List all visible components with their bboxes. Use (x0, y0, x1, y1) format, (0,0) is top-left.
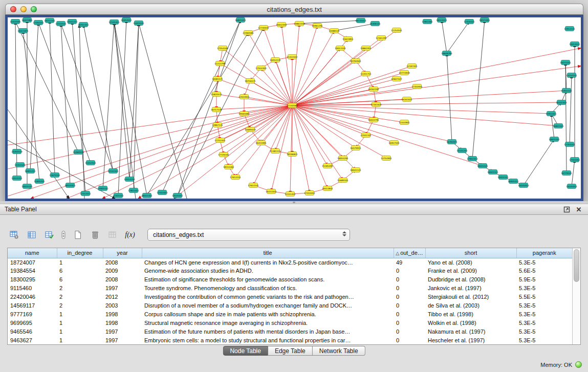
graph-node[interactable]: 16791971 (446, 140, 458, 144)
table-cell[interactable]: Structural magnetic resonance image aver… (142, 318, 394, 327)
graph-node[interactable]: 16957501 (388, 141, 400, 145)
graph-node[interactable]: 16306141 (369, 21, 381, 26)
table-row[interactable]: 911546021997Tourette syndrome. Phenomeno… (8, 284, 572, 293)
table-cell[interactable]: Tourette syndrome. Phenomenology and cla… (142, 284, 394, 293)
graph-node[interactable]: 12415141 (113, 193, 124, 198)
graph-node[interactable]: 10625141 (549, 137, 560, 142)
graph-node[interactable]: 19414511 (569, 42, 580, 47)
delete-icon[interactable] (88, 228, 102, 242)
graph-node[interactable]: 17554300 (255, 66, 267, 71)
table-cell[interactable]: Disruption of a novel member of a sodium… (142, 301, 394, 310)
table-cell[interactable]: 5.3E-5 (516, 318, 572, 327)
table-cell[interactable]: Yano et al. (2008) (425, 258, 516, 267)
graph-node[interactable]: 17410451 (304, 191, 315, 195)
graph-node[interactable]: 16841411 (235, 18, 246, 23)
graph-node[interactable]: 18196821 (287, 152, 298, 157)
table-edit-icon[interactable] (42, 228, 56, 242)
network-selector[interactable]: citations_edges.txt (147, 229, 350, 241)
table-row[interactable]: 946554611997Estimation of the future num… (8, 327, 572, 336)
table-cell[interactable]: 6 (57, 275, 103, 284)
table-cell[interactable]: 5.3E-5 (516, 327, 572, 336)
table-cell[interactable]: 2009 (103, 267, 142, 275)
table-cell[interactable]: 1997 (103, 336, 142, 344)
table-cell[interactable]: 49 (394, 258, 425, 267)
column-header-in_degree[interactable]: in_degree (57, 248, 103, 258)
graph-node[interactable]: 12145411 (108, 20, 120, 25)
table-cell[interactable]: 5.3E-5 (516, 310, 572, 318)
graph-node[interactable]: 15141241 (456, 148, 468, 153)
table-cell[interactable]: 9699695 (8, 318, 57, 327)
graph-node[interactable]: 19245014 (566, 184, 577, 189)
table-cell[interactable]: 1998 (103, 318, 142, 327)
table-cell[interactable]: Tibbo et al. (1998) (425, 310, 516, 318)
column-header-short[interactable]: short (425, 248, 516, 258)
table-row[interactable]: 969969511998Structural magnetic resonanc… (8, 318, 572, 327)
graph-node[interactable]: 18041451 (141, 193, 153, 198)
graph-node[interactable]: 15914141 (564, 27, 575, 31)
graph-node[interactable]: 19648794 (441, 51, 452, 56)
graph-node[interactable]: 18751411 (78, 23, 89, 27)
table-cell[interactable]: 2012 (103, 293, 142, 301)
graph-node[interactable]: 15415141 (133, 21, 144, 26)
graph-node[interactable]: 16514841 (322, 186, 333, 191)
graph-node[interactable]: 19274151 (560, 60, 571, 65)
graph-node[interactable]: 19013104 (335, 46, 346, 51)
table-cell[interactable]: 9777169 (8, 310, 57, 318)
tab-network-table[interactable]: Network Table (313, 346, 365, 356)
table-cell[interactable]: 0 (394, 336, 425, 344)
tab-edge-table[interactable]: Edge Table (268, 346, 313, 356)
close-window-button[interactable] (10, 6, 16, 12)
table-cell[interactable]: 2 (57, 293, 103, 301)
graph-node[interactable]: 16054135 (270, 58, 281, 62)
network-canvas[interactable]: 1724058515324502160541351755430018756571… (8, 17, 581, 199)
graph-node[interactable]: 12514511 (80, 191, 91, 196)
graph-node[interactable]: 18053291 (337, 156, 349, 161)
graph-node[interactable]: 18756571 (245, 79, 256, 83)
graph-node[interactable]: 13141541 (107, 169, 119, 173)
table-cell[interactable]: Stergiakouli et al. (2012) (425, 293, 516, 301)
graph-node[interactable]: 17902413 (467, 157, 478, 161)
table-cell[interactable]: 19384554 (8, 267, 57, 275)
graph-node[interactable]: 18415141 (477, 164, 488, 168)
table-cell[interactable]: 0 (394, 267, 425, 275)
graph-node[interactable]: 12161291 (376, 36, 387, 40)
graph-node[interactable]: 18241101 (44, 18, 55, 23)
graph-node[interactable]: 10414511 (121, 18, 132, 23)
table-cell[interactable]: 2 (57, 301, 103, 310)
graph-node[interactable]: 12675141 (49, 173, 60, 178)
column-header-name[interactable]: name (8, 248, 57, 258)
graph-node[interactable]: 11381111 (270, 149, 281, 154)
graph-node[interactable]: 19415141 (497, 175, 509, 180)
new-file-icon[interactable] (71, 228, 85, 242)
graph-node[interactable]: 12416141 (464, 19, 475, 24)
rows-icon[interactable] (59, 228, 68, 242)
graph-node[interactable]: 12144541 (55, 21, 67, 26)
table-cell[interactable]: 5.3E-5 (516, 258, 572, 267)
graph-node[interactable]: 11254541 (391, 28, 402, 33)
table-cell[interactable]: 9465546 (8, 327, 57, 336)
table-cell[interactable]: 14569117 (8, 301, 57, 310)
table-settings-icon[interactable] (7, 228, 21, 242)
graph-node[interactable]: 19245012 (172, 193, 183, 198)
graph-node[interactable]: 15020591 (10, 19, 21, 24)
minimize-window-button[interactable] (20, 6, 27, 12)
graph-node[interactable]: 16945121 (508, 179, 519, 184)
import-table-icon[interactable] (105, 228, 120, 242)
table-cell[interactable]: 1 (57, 258, 103, 267)
graph-node[interactable]: 16102413 (556, 100, 567, 105)
graph-node[interactable]: 18154461 (223, 165, 234, 169)
table-row[interactable]: 1872400712008Changes of HCN gene express… (8, 258, 572, 267)
graph-node[interactable]: 17103451 (569, 158, 580, 162)
graph-node[interactable]: 14754901 (381, 156, 392, 161)
zoom-window-button[interactable] (31, 6, 37, 12)
graph-node[interactable]: 17252441 (214, 138, 226, 143)
graph-node[interactable]: 19015141 (21, 184, 33, 189)
table-cell[interactable]: Changes of HCN gene expression and I(f) … (142, 258, 394, 267)
graph-node[interactable]: 10607427 (391, 77, 402, 81)
table-cell[interactable]: Franke et al. (2009) (425, 267, 516, 275)
table-cell[interactable]: 6 (57, 267, 103, 275)
graph-node[interactable]: 17240585 (287, 103, 298, 108)
graph-node[interactable]: 17726341 (218, 152, 229, 157)
graph-node[interactable]: 19245013 (518, 183, 529, 188)
table-cell[interactable]: 1 (57, 327, 103, 336)
